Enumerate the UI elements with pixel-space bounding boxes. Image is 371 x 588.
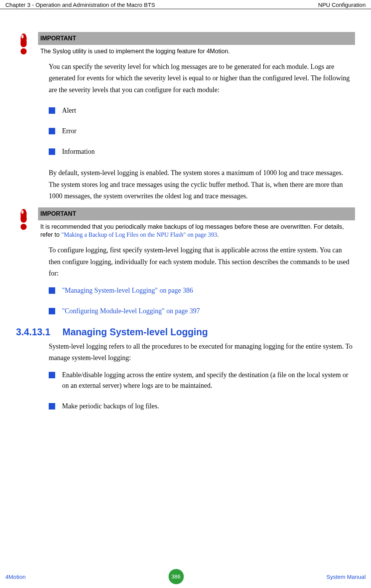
important-body-link[interactable]: "Making a Backup of Log Files on the NPU…	[61, 231, 217, 238]
svg-point-2	[21, 48, 27, 54]
list-item: "Managing System-level Logging" on page …	[49, 285, 355, 296]
list-text: Make periodic backups of log files.	[62, 401, 159, 412]
header-left: Chapter 3 - Operation and Administration…	[5, 2, 155, 8]
bullet-icon	[49, 287, 55, 294]
section-heading: 3.4.13.1 Managing System-level Logging	[16, 327, 355, 338]
list-text: Information	[62, 147, 95, 157]
list-item: Alert	[49, 105, 355, 116]
important-label: IMPORTANT	[38, 207, 355, 220]
list-item: Make periodic backups of log files.	[49, 401, 355, 412]
severity-list: Alert Error Information	[49, 105, 355, 157]
bullet-icon	[49, 308, 55, 314]
list-item: "Configuring Module-level Logging" on pa…	[49, 306, 355, 317]
important-icon	[16, 207, 31, 230]
bullet-icon	[49, 372, 55, 378]
list-text: Alert	[62, 105, 76, 116]
footer-right: System Manual	[326, 574, 366, 580]
page-number: 386	[169, 569, 184, 584]
page-footer: 4Motion 386 System Manual	[5, 569, 366, 584]
important-body-post: .	[217, 231, 219, 238]
important-label: IMPORTANT	[38, 32, 355, 45]
svg-point-6	[21, 224, 27, 230]
list-text: Enable/disable logging across the entire…	[62, 370, 355, 391]
important-body: The Syslog utility is used to implement …	[38, 45, 355, 56]
page-header: Chapter 3 - Operation and Administration…	[0, 0, 371, 9]
list-item: Enable/disable logging across the entire…	[49, 370, 355, 391]
bullet-icon	[49, 403, 55, 410]
important-icon	[16, 32, 31, 55]
paragraph: By default, system-level logging is enab…	[49, 167, 355, 202]
paragraph: You can specify the severity level for w…	[49, 61, 355, 96]
svg-point-3	[21, 35, 24, 38]
svg-point-7	[21, 210, 24, 214]
svg-rect-1	[21, 39, 27, 47]
steps-list: Enable/disable logging across the entire…	[49, 370, 355, 412]
xref-list: "Managing System-level Logging" on page …	[49, 285, 355, 317]
paragraph: System-level logging refers to all the p…	[49, 341, 355, 364]
list-item: Information	[49, 147, 355, 157]
list-link[interactable]: "Managing System-level Logging" on page …	[62, 285, 193, 296]
important-callout: IMPORTANT The Syslog utility is used to …	[16, 32, 355, 56]
important-body: It is recommended that you periodically …	[38, 220, 355, 239]
heading-number: 3.4.13.1	[16, 327, 50, 338]
list-text: Error	[62, 126, 76, 137]
paragraph: To configure logging, first specify syst…	[49, 244, 355, 279]
list-item: Error	[49, 126, 355, 137]
svg-rect-5	[21, 214, 27, 223]
important-callout: IMPORTANT It is recommended that you per…	[16, 207, 355, 239]
heading-title: Managing System-level Logging	[62, 327, 208, 338]
footer-left: 4Motion	[5, 574, 25, 580]
list-link[interactable]: "Configuring Module-level Logging" on pa…	[62, 306, 200, 317]
header-right: NPU Configuration	[318, 2, 366, 8]
bullet-icon	[49, 128, 55, 134]
bullet-icon	[49, 107, 55, 114]
bullet-icon	[49, 148, 55, 155]
